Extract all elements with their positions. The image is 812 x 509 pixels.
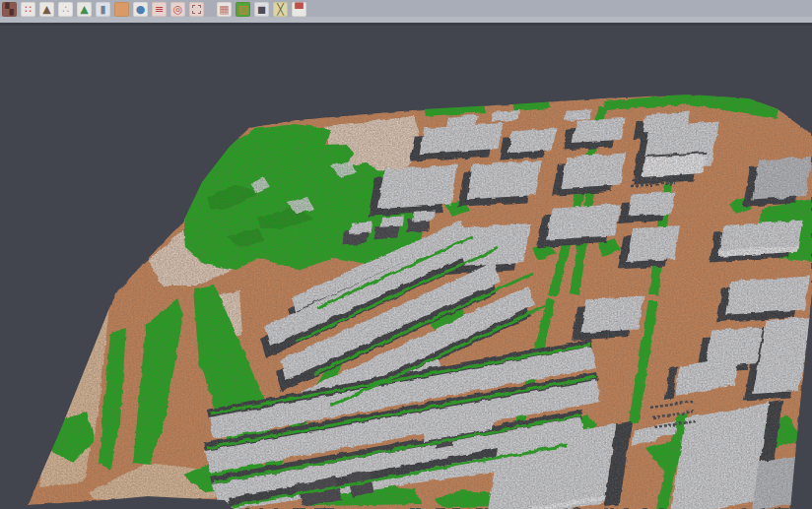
extent-select-icon[interactable] [189, 2, 204, 17]
grid-icon[interactable]: ▦ [217, 2, 232, 17]
viewport-3d-scene[interactable] [0, 29, 812, 509]
profile-icon[interactable]: ▮ [96, 2, 110, 17]
flag-icon[interactable]: ▀ [292, 2, 306, 17]
point-cloud-icon[interactable]: ∴ [58, 2, 73, 17]
camera-icon[interactable]: ◼ [254, 2, 269, 17]
globe-icon[interactable]: ● [133, 2, 148, 17]
point-cloud-render [0, 29, 812, 509]
terrain-icon[interactable]: ▲ [39, 2, 54, 17]
dem-icon[interactable]: ▲ [77, 2, 92, 17]
orthophoto-icon[interactable] [114, 2, 129, 17]
application-window: ▚∷▲∴▲▮●≡◎▦▧◼╳▀ [0, 0, 812, 509]
contours-icon[interactable]: ≡ [152, 2, 167, 17]
circle-select-icon[interactable]: ◎ [170, 2, 185, 17]
markers-icon[interactable]: ∷ [21, 2, 35, 17]
measure-icon[interactable]: ╳ [273, 2, 288, 17]
toolbar: ▚∷▲∴▲▮●≡◎▦▧◼╳▀ [0, 0, 812, 26]
classification-icon[interactable]: ▧ [236, 2, 250, 17]
mesh-icon[interactable]: ▚ [2, 2, 17, 17]
